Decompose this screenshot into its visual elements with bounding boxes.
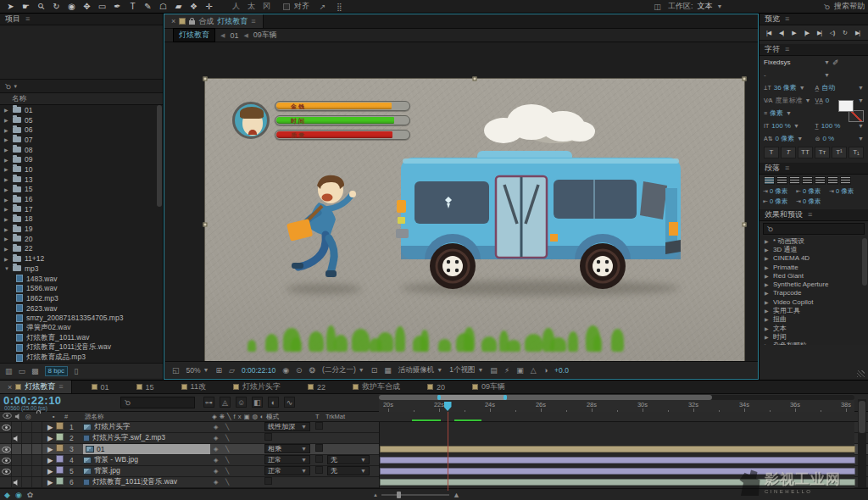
project-folder-row[interactable]: ▶15 (0, 185, 163, 195)
step-back-button[interactable]: ◀| (776, 30, 787, 36)
eyedropper-icon[interactable]: ✐ (832, 58, 839, 67)
twirl-icon[interactable]: ▶ (765, 247, 770, 253)
audio-toggle-button[interactable]: ◁) (826, 30, 837, 36)
brush-tool[interactable]: ✎ (141, 0, 155, 13)
playhead-line[interactable] (448, 412, 448, 491)
type-tool[interactable]: T (125, 0, 140, 13)
solo-toggle[interactable] (22, 466, 32, 476)
snapshot-icon[interactable]: ◉ (282, 366, 289, 375)
twirl-icon[interactable]: ▶ (765, 264, 770, 270)
indent-field[interactable]: ⇥0 像素 (796, 197, 829, 206)
effects-category-row[interactable]: ▶Video Copilot (760, 297, 868, 306)
twirl-icon[interactable]: ▶ (4, 166, 9, 172)
fast-previews-icon[interactable]: ⚡ (504, 366, 509, 375)
zoom-slider[interactable] (381, 494, 449, 496)
project-file-row[interactable]: 1483.wav (0, 274, 163, 284)
blend-mode-select[interactable]: 正常▼ (264, 466, 310, 475)
resolution-menu[interactable]: (二分之一)▼ (322, 365, 364, 375)
close-icon[interactable]: × (8, 383, 12, 392)
layer-name[interactable]: 背景 - WB.jpg (83, 455, 210, 465)
layer-name[interactable]: 灯炫片头字 (83, 422, 210, 432)
timeline-tab[interactable]: 01 (84, 381, 117, 393)
layer-color-swatch[interactable] (56, 455, 64, 463)
workspace-value[interactable]: 文本 (697, 1, 712, 12)
work-area-end-handle[interactable] (504, 395, 507, 400)
twirl-icon[interactable]: ▶ (4, 147, 9, 153)
solo-toggle[interactable] (22, 477, 32, 487)
layer-quality-switch[interactable]: ◈ (214, 422, 218, 432)
blend-mode-select[interactable]: 线性加深▼ (264, 422, 310, 431)
lock-toggle[interactable] (32, 422, 42, 432)
faux-italic-button[interactable]: T (781, 147, 796, 158)
chevron-down-icon[interactable]: ▼ (858, 136, 864, 142)
pan-behind-tool[interactable]: ✥ (80, 0, 94, 13)
project-folder-row[interactable]: ▶18 (0, 214, 163, 225)
leading-value[interactable]: 自动 (821, 83, 835, 92)
vertical-scale-value[interactable]: 100 % (771, 122, 791, 130)
timeline-tab[interactable]: 11改 (174, 381, 214, 393)
layer-track[interactable] (379, 444, 854, 455)
layer-name[interactable]: 灯炫片头字.swf_2.mp3 (83, 433, 210, 443)
trkmat-select[interactable]: 无▼ (327, 466, 370, 475)
effects-category-row[interactable]: ▶文本 (760, 324, 868, 332)
selection-tool[interactable]: ➤ (3, 0, 18, 13)
ram-preview-button[interactable]: ▶| (852, 30, 863, 36)
lock-toggle[interactable] (32, 444, 42, 454)
project-folder-row[interactable]: ▶10 (0, 164, 163, 175)
effects-category-row[interactable]: ▶CINEMA 4D (760, 254, 868, 263)
preview-time[interactable]: 0:00:22:10 (242, 366, 275, 375)
timeline-tab[interactable]: 15 (129, 381, 162, 393)
show-snapshot-icon[interactable]: ⊙ (296, 366, 303, 375)
go-to-end-button[interactable]: ▶| (814, 30, 825, 36)
trash-icon[interactable]: ▯ (74, 367, 78, 375)
twirl-icon[interactable]: ▶ (765, 281, 770, 287)
project-file-row[interactable]: 2623.wav (0, 303, 163, 314)
always-preview-icon[interactable]: ◱ (172, 366, 180, 375)
frame-blend-icon[interactable]: ◧ (252, 397, 263, 408)
twirl-icon[interactable]: ▶ (47, 422, 53, 432)
layer-name[interactable]: 灯炫教育_1011没音乐.wav (83, 477, 210, 487)
layer-sampling-switch[interactable]: ╲ (225, 455, 229, 465)
small-caps-button[interactable]: Tт (815, 147, 830, 158)
font-style-select[interactable]: - (764, 71, 766, 79)
project-folder-row[interactable]: ▶06 (0, 125, 163, 135)
layer-row[interactable]: ▶1灯炫片头字◈╲线性加深▼ (0, 422, 868, 433)
time-ruler[interactable]: 20s22s24s26s28s30s32s34s36s38s (379, 394, 854, 412)
zoom-in-mountain-icon[interactable]: ▲ (453, 491, 460, 499)
effects-category-row[interactable]: ▶时间 (760, 332, 868, 341)
clone-stamp-tool[interactable]: ☖ (156, 0, 170, 13)
project-folder-row[interactable]: ▶08 (0, 145, 163, 155)
layer-duration-bar[interactable] (380, 446, 855, 453)
justify-last-left-button[interactable] (802, 176, 813, 185)
close-icon[interactable]: × (171, 17, 175, 25)
justify-last-right-button[interactable] (827, 176, 838, 185)
twirl-icon[interactable]: ▶ (4, 216, 9, 222)
project-folder-row[interactable]: ▶16 (0, 194, 163, 204)
pixel-aspect-icon[interactable]: ▤ (490, 366, 498, 375)
flowchart-button-icon[interactable]: △ (531, 366, 537, 375)
preserve-transparency-checkbox[interactable] (315, 466, 323, 474)
empty-cell[interactable] (12, 444, 22, 454)
rotation-tool[interactable]: ↻ (49, 0, 64, 13)
eraser-tool[interactable]: ▰ (171, 0, 186, 13)
tab-paragraph[interactable]: 段落 (765, 163, 780, 174)
layer-quality-switch[interactable]: ◈ (214, 444, 218, 454)
effects-category-row[interactable]: ▶扭曲 (760, 315, 868, 324)
panel-menu-icon[interactable]: ≡ (785, 15, 789, 23)
project-folder-row[interactable]: ▼mp3 (0, 264, 163, 274)
shape-tool[interactable]: ▭ (95, 0, 109, 13)
effects-category-row[interactable]: ▶杂色和颗粒 (760, 342, 868, 345)
timeline-tab[interactable]: 救护车合成 (345, 381, 408, 393)
chevron-down-icon[interactable]: ▼ (793, 123, 799, 129)
twirl-icon[interactable]: ▶ (765, 308, 770, 314)
reset-exposure-icon[interactable]: ◑ (543, 366, 548, 375)
align-center-button[interactable] (776, 176, 787, 185)
new-folder-icon[interactable]: ▭ (19, 367, 26, 375)
graph-editor-icon[interactable]: ∿ (284, 397, 295, 408)
tab-project[interactable]: 项目 (5, 14, 20, 25)
timeline-zoom-control[interactable]: ▲ ▲ (373, 491, 460, 499)
trkmat-select[interactable]: 无▼ (327, 455, 370, 464)
layer-color-swatch[interactable] (56, 433, 64, 441)
magnification-menu[interactable]: 50%▼ (186, 366, 209, 375)
project-file-row[interactable]: 1862.mp3 (0, 293, 163, 303)
